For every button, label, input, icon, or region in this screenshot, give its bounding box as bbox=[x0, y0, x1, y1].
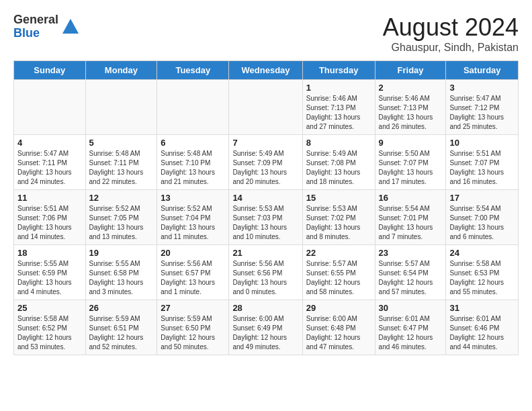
weekday-header-wednesday: Wednesday bbox=[229, 61, 302, 80]
calendar-cell: 28Sunrise: 6:00 AM Sunset: 6:49 PM Dayli… bbox=[229, 300, 302, 355]
calendar-cell: 31Sunrise: 6:01 AM Sunset: 6:46 PM Dayli… bbox=[446, 300, 519, 355]
day-info: Sunrise: 6:00 AM Sunset: 6:49 PM Dayligh… bbox=[232, 314, 298, 352]
title-block: August 2024 Ghauspur, Sindh, Pakistan bbox=[383, 13, 519, 54]
calendar-cell: 22Sunrise: 5:57 AM Sunset: 6:55 PM Dayli… bbox=[302, 245, 375, 300]
calendar-cell: 15Sunrise: 5:53 AM Sunset: 7:02 PM Dayli… bbox=[302, 190, 375, 245]
day-number: 24 bbox=[449, 248, 515, 258]
logo: General Blue bbox=[13, 13, 80, 40]
calendar-cell: 1Sunrise: 5:46 AM Sunset: 7:13 PM Daylig… bbox=[302, 80, 375, 135]
calendar-cell: 5Sunrise: 5:48 AM Sunset: 7:11 PM Daylig… bbox=[85, 135, 157, 190]
calendar-cell: 19Sunrise: 5:55 AM Sunset: 6:58 PM Dayli… bbox=[85, 245, 157, 300]
calendar-cell: 27Sunrise: 5:59 AM Sunset: 6:50 PM Dayli… bbox=[157, 300, 229, 355]
day-info: Sunrise: 5:53 AM Sunset: 7:02 PM Dayligh… bbox=[306, 204, 371, 242]
day-info: Sunrise: 5:52 AM Sunset: 7:04 PM Dayligh… bbox=[161, 204, 225, 242]
day-info: Sunrise: 5:51 AM Sunset: 7:07 PM Dayligh… bbox=[449, 149, 515, 187]
logo-icon bbox=[61, 17, 80, 36]
day-number: 18 bbox=[17, 248, 82, 258]
day-number: 2 bbox=[379, 83, 443, 93]
day-number: 23 bbox=[379, 248, 443, 258]
calendar-cell: 2Sunrise: 5:46 AM Sunset: 7:13 PM Daylig… bbox=[375, 80, 446, 135]
calendar-cell: 7Sunrise: 5:49 AM Sunset: 7:09 PM Daylig… bbox=[229, 135, 302, 190]
day-number: 11 bbox=[17, 193, 82, 203]
calendar-week-1: 1Sunrise: 5:46 AM Sunset: 7:13 PM Daylig… bbox=[14, 80, 519, 135]
day-number: 19 bbox=[89, 248, 154, 258]
calendar-cell: 11Sunrise: 5:51 AM Sunset: 7:06 PM Dayli… bbox=[14, 190, 86, 245]
day-info: Sunrise: 5:53 AM Sunset: 7:03 PM Dayligh… bbox=[232, 204, 298, 242]
calendar-week-3: 11Sunrise: 5:51 AM Sunset: 7:06 PM Dayli… bbox=[14, 190, 519, 245]
day-info: Sunrise: 5:58 AM Sunset: 6:52 PM Dayligh… bbox=[17, 314, 82, 352]
day-number: 25 bbox=[17, 303, 82, 313]
calendar-cell bbox=[229, 80, 302, 135]
day-info: Sunrise: 5:55 AM Sunset: 6:59 PM Dayligh… bbox=[17, 259, 82, 297]
day-number: 14 bbox=[232, 193, 298, 203]
weekday-header-tuesday: Tuesday bbox=[157, 61, 229, 80]
day-number: 30 bbox=[379, 303, 443, 313]
logo-general-text: General bbox=[13, 13, 58, 27]
weekday-header-row: SundayMondayTuesdayWednesdayThursdayFrid… bbox=[14, 61, 519, 80]
day-number: 9 bbox=[379, 138, 443, 148]
day-info: Sunrise: 6:01 AM Sunset: 6:46 PM Dayligh… bbox=[449, 314, 515, 352]
day-number: 28 bbox=[232, 303, 298, 313]
day-number: 1 bbox=[306, 83, 371, 93]
day-info: Sunrise: 5:57 AM Sunset: 6:55 PM Dayligh… bbox=[306, 259, 371, 297]
calendar-cell: 26Sunrise: 5:59 AM Sunset: 6:51 PM Dayli… bbox=[85, 300, 157, 355]
calendar-cell: 24Sunrise: 5:58 AM Sunset: 6:53 PM Dayli… bbox=[446, 245, 519, 300]
calendar-week-5: 25Sunrise: 5:58 AM Sunset: 6:52 PM Dayli… bbox=[14, 300, 519, 355]
day-number: 15 bbox=[306, 193, 371, 203]
day-info: Sunrise: 5:54 AM Sunset: 7:00 PM Dayligh… bbox=[449, 204, 515, 242]
day-info: Sunrise: 5:47 AM Sunset: 7:12 PM Dayligh… bbox=[449, 94, 515, 132]
day-number: 10 bbox=[449, 138, 515, 148]
day-number: 5 bbox=[89, 138, 154, 148]
calendar-cell: 6Sunrise: 5:48 AM Sunset: 7:10 PM Daylig… bbox=[157, 135, 229, 190]
calendar-table: SundayMondayTuesdayWednesdayThursdayFrid… bbox=[13, 60, 519, 355]
calendar-week-4: 18Sunrise: 5:55 AM Sunset: 6:59 PM Dayli… bbox=[14, 245, 519, 300]
day-number: 8 bbox=[306, 138, 371, 148]
day-info: Sunrise: 5:59 AM Sunset: 6:51 PM Dayligh… bbox=[89, 314, 154, 352]
calendar-cell: 18Sunrise: 5:55 AM Sunset: 6:59 PM Dayli… bbox=[14, 245, 86, 300]
day-number: 3 bbox=[449, 83, 515, 93]
calendar-cell: 21Sunrise: 5:56 AM Sunset: 6:56 PM Dayli… bbox=[229, 245, 302, 300]
day-info: Sunrise: 5:54 AM Sunset: 7:01 PM Dayligh… bbox=[379, 204, 443, 242]
day-info: Sunrise: 5:48 AM Sunset: 7:10 PM Dayligh… bbox=[161, 149, 225, 187]
day-number: 13 bbox=[161, 193, 225, 203]
calendar-cell bbox=[14, 80, 86, 135]
day-info: Sunrise: 5:51 AM Sunset: 7:06 PM Dayligh… bbox=[17, 204, 82, 242]
day-info: Sunrise: 5:56 AM Sunset: 6:57 PM Dayligh… bbox=[161, 259, 225, 297]
day-info: Sunrise: 5:58 AM Sunset: 6:53 PM Dayligh… bbox=[449, 259, 515, 297]
calendar-cell: 14Sunrise: 5:53 AM Sunset: 7:03 PM Dayli… bbox=[229, 190, 302, 245]
day-number: 26 bbox=[89, 303, 154, 313]
calendar-cell: 12Sunrise: 5:52 AM Sunset: 7:05 PM Dayli… bbox=[85, 190, 157, 245]
day-number: 16 bbox=[379, 193, 443, 203]
month-year-title: August 2024 bbox=[383, 13, 519, 42]
day-info: Sunrise: 5:55 AM Sunset: 6:58 PM Dayligh… bbox=[89, 259, 154, 297]
calendar-cell bbox=[157, 80, 229, 135]
day-info: Sunrise: 5:56 AM Sunset: 6:56 PM Dayligh… bbox=[232, 259, 298, 297]
day-info: Sunrise: 6:00 AM Sunset: 6:48 PM Dayligh… bbox=[306, 314, 371, 352]
day-info: Sunrise: 5:46 AM Sunset: 7:13 PM Dayligh… bbox=[306, 94, 371, 132]
svg-marker-0 bbox=[62, 19, 79, 34]
day-number: 27 bbox=[161, 303, 225, 313]
day-info: Sunrise: 5:50 AM Sunset: 7:07 PM Dayligh… bbox=[379, 149, 443, 187]
calendar-cell: 3Sunrise: 5:47 AM Sunset: 7:12 PM Daylig… bbox=[446, 80, 519, 135]
day-info: Sunrise: 6:01 AM Sunset: 6:47 PM Dayligh… bbox=[379, 314, 443, 352]
calendar-cell: 10Sunrise: 5:51 AM Sunset: 7:07 PM Dayli… bbox=[446, 135, 519, 190]
calendar-cell: 25Sunrise: 5:58 AM Sunset: 6:52 PM Dayli… bbox=[14, 300, 86, 355]
calendar-week-2: 4Sunrise: 5:47 AM Sunset: 7:11 PM Daylig… bbox=[14, 135, 519, 190]
day-number: 29 bbox=[306, 303, 371, 313]
logo-blue-text: Blue bbox=[13, 27, 58, 40]
calendar-cell: 13Sunrise: 5:52 AM Sunset: 7:04 PM Dayli… bbox=[157, 190, 229, 245]
day-number: 12 bbox=[89, 193, 154, 203]
day-number: 7 bbox=[232, 138, 298, 148]
day-info: Sunrise: 5:57 AM Sunset: 6:54 PM Dayligh… bbox=[379, 259, 443, 297]
day-number: 31 bbox=[449, 303, 515, 313]
calendar-cell: 16Sunrise: 5:54 AM Sunset: 7:01 PM Dayli… bbox=[375, 190, 446, 245]
day-info: Sunrise: 5:49 AM Sunset: 7:09 PM Dayligh… bbox=[232, 149, 298, 187]
weekday-header-sunday: Sunday bbox=[14, 61, 86, 80]
day-info: Sunrise: 5:46 AM Sunset: 7:13 PM Dayligh… bbox=[379, 94, 443, 132]
day-info: Sunrise: 5:59 AM Sunset: 6:50 PM Dayligh… bbox=[161, 314, 225, 352]
page-header: General Blue August 2024 Ghauspur, Sindh… bbox=[13, 13, 519, 54]
day-number: 20 bbox=[161, 248, 225, 258]
calendar-cell: 29Sunrise: 6:00 AM Sunset: 6:48 PM Dayli… bbox=[302, 300, 375, 355]
calendar-cell: 4Sunrise: 5:47 AM Sunset: 7:11 PM Daylig… bbox=[14, 135, 86, 190]
weekday-header-monday: Monday bbox=[85, 61, 157, 80]
